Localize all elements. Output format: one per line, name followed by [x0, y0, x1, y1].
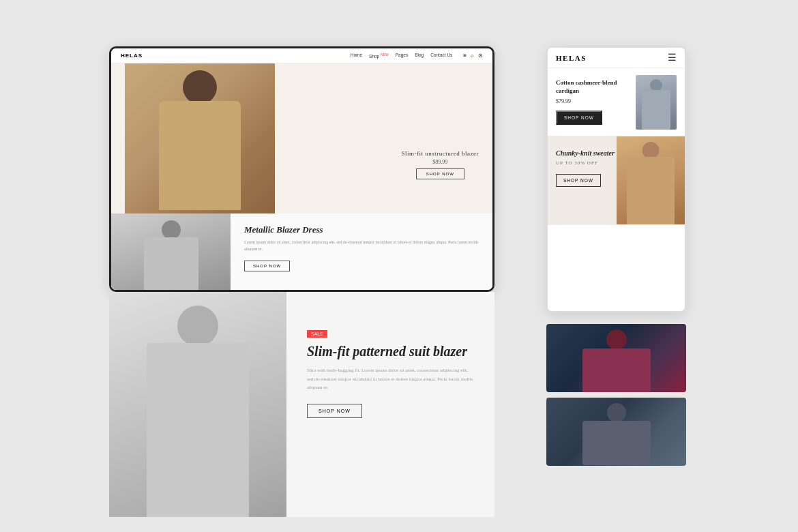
mobile-cardigan-image — [636, 75, 677, 130]
nav-link-contact[interactable]: Contact Us — [430, 53, 452, 59]
search-icon[interactable]: ⌕ — [471, 53, 474, 59]
mobile-mockup: HELAS ☰ Cotton cashmere-blend cardigan $… — [546, 46, 686, 312]
mobile-cardigan-price: $79.99 — [556, 98, 629, 104]
product-section-content: Metallic Blazer Dress Lorem ipsum dolor … — [231, 213, 492, 292]
product-section-desc: Lorem ipsum dolor sit amet, consectetur … — [244, 239, 479, 252]
product-section-shop-button[interactable]: SHOP NOW — [244, 261, 290, 271]
nav-link-home[interactable]: Home — [351, 53, 362, 59]
desktop-nav-icons: ≡ ⌕ ⊙ — [463, 53, 483, 59]
suit-desc: Slim with body-hugging fit. Lorem ipsum … — [307, 366, 474, 392]
suit-section: SALE Slim-fit patterned suit blazer Slim… — [109, 292, 494, 517]
hero-caption: Slim-fit unstructured blazer $89.99 SHOP… — [402, 150, 479, 179]
nav-link-pages[interactable]: Pages — [396, 53, 408, 59]
mobile-sweater-content: Chunky-knit sweater UP TO 30% OFF SHOP N… — [556, 149, 615, 187]
mobile-cardigan-shop-button[interactable]: SHOP NOW — [556, 110, 602, 125]
thumbnail-grid — [546, 324, 686, 466]
mobile-card-cardigan: Cotton cashmere-blend cardigan $79.99 SH… — [548, 68, 685, 136]
desktop-lower-section: SALE Slim-fit patterned suit blazer Slim… — [109, 292, 494, 517]
nav-link-shop[interactable]: Shop NEW — [369, 53, 389, 59]
desktop-logo: HELAS — [121, 53, 143, 59]
desktop-mockup: HELAS Home Shop NEW Pages Blog Contact U… — [109, 46, 494, 292]
thumbnail-man-turtleneck — [546, 398, 686, 466]
desktop-hero: Slim-fitunstructured Slim-fit unstructur… — [111, 63, 492, 213]
desktop-nav: HELAS Home Shop NEW Pages Blog Contact U… — [111, 48, 492, 63]
mobile-sweater-shop-button[interactable]: SHOP NOW — [556, 174, 601, 187]
suit-shop-button[interactable]: SHOP NOW — [307, 404, 362, 418]
suit-image — [109, 292, 286, 517]
cart-icon[interactable]: ⊙ — [478, 53, 483, 59]
mobile-cardigan-title: Cotton cashmere-blend cardigan — [556, 79, 629, 95]
hero-product-title: Slim-fit unstructured blazer — [402, 150, 479, 157]
suit-title: Slim-fit patterned suit blazer — [307, 343, 474, 359]
hero-model-image — [125, 63, 275, 213]
mobile-sweater-image — [617, 136, 685, 225]
mobile-sweater-subtitle: UP TO 30% OFF — [556, 160, 615, 166]
desktop-nav-links: Home Shop NEW Pages Blog Contact Us — [351, 53, 453, 59]
desktop-product-section: Metallic Blazer Dress Lorem ipsum dolor … — [111, 213, 492, 292]
hero-shop-now-button[interactable]: SHOP NOW — [416, 168, 464, 179]
mobile-logo: HELAS — [556, 54, 587, 62]
thumbnail-woman-sweater — [546, 324, 686, 392]
mobile-nav: HELAS ☰ — [548, 48, 685, 68]
suit-content: SALE Slim-fit patterned suit blazer Slim… — [286, 292, 494, 517]
mobile-card-cardigan-info: Cotton cashmere-blend cardigan $79.99 SH… — [556, 79, 629, 124]
mobile-menu-icon[interactable]: ☰ — [668, 52, 677, 63]
mobile-sweater-title: Chunky-knit sweater — [556, 149, 615, 158]
mobile-card-sweater: Chunky-knit sweater UP TO 30% OFF SHOP N… — [548, 136, 685, 225]
product-section-image — [111, 213, 231, 292]
new-badge: NEW — [381, 53, 389, 57]
product-section-title: Metallic Blazer Dress — [244, 224, 479, 235]
hero-price: $89.99 — [402, 159, 479, 165]
sale-badge: SALE — [307, 330, 327, 338]
menu-icon[interactable]: ≡ — [463, 53, 467, 59]
nav-link-blog[interactable]: Blog — [415, 53, 424, 59]
